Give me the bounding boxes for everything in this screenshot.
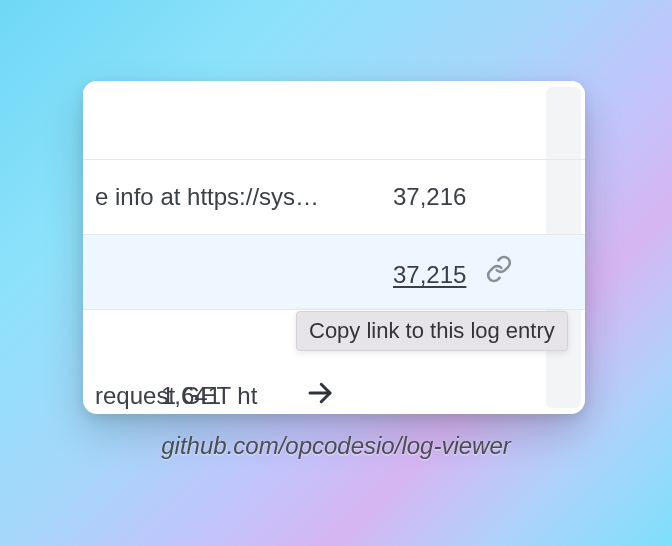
log-index-cell: 37,215 [371, 255, 513, 289]
log-index: 37,216 [371, 183, 466, 211]
arrow-right-icon[interactable] [305, 378, 335, 414]
link-icon[interactable] [485, 255, 513, 283]
panel-header-space [83, 81, 585, 159]
log-row-active[interactable]: 37,215 [83, 234, 585, 309]
log-viewer-panel: e info at https://sys… 37,216 37,215 req… [83, 81, 585, 414]
log-index: 1,641 [161, 382, 221, 410]
copy-link-tooltip: Copy link to this log entry [296, 311, 568, 351]
log-row[interactable]: e info at https://sys… 37,216 [83, 159, 585, 234]
log-index-link[interactable]: 37,215 [393, 261, 466, 288]
source-caption: github.com/opcodesio/log-viewer [0, 432, 672, 460]
log-message: e info at https://sys… [83, 183, 371, 211]
